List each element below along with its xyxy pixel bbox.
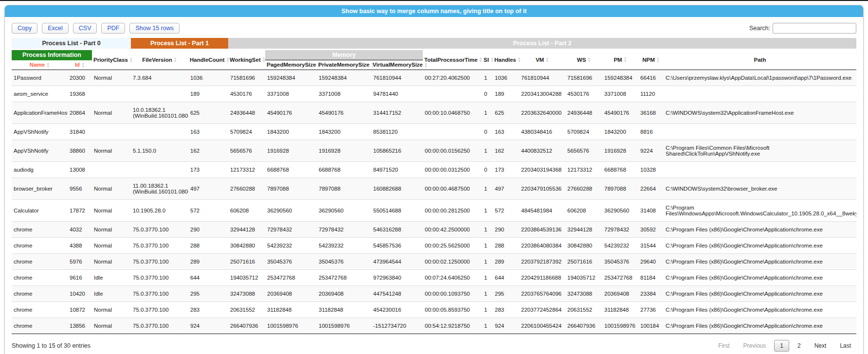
column-header-path[interactable]: Path: [664, 50, 856, 70]
cell-id: 20864: [68, 102, 92, 124]
cell-npm: 8816: [638, 124, 664, 140]
cell-private_memory_size: 36290560: [317, 199, 371, 221]
pagination-previous[interactable]: Previous: [738, 340, 772, 351]
cell-pm: 1843200: [602, 124, 638, 140]
sort-icon: ▲▼: [226, 57, 230, 63]
cell-vm: 2203792187392: [519, 253, 565, 269]
cell-priority_class: Normal: [92, 301, 131, 318]
cell-file_version: 75.0.3770.100: [131, 318, 188, 334]
pagination-last[interactable]: Last: [834, 340, 856, 351]
window-top-edge: [0, 0, 868, 1]
column-header-handlecount[interactable]: HandleCount▲▼: [188, 50, 228, 70]
cell-total_processor_time: 00:00:25.5625000: [423, 237, 482, 253]
table-row[interactable]: chrome10420Idle75.0.3770.100295324730882…: [12, 285, 856, 301]
toolbar: Copy Excel CSV PDF Show 15 rows Search:: [12, 23, 856, 34]
cell-priority_class: Normal: [92, 318, 131, 334]
cell-ws: 71581696: [565, 70, 602, 86]
pagination-next[interactable]: Next: [809, 340, 832, 351]
copy-button[interactable]: Copy: [12, 23, 37, 34]
cell-name: chrome: [12, 269, 68, 285]
cell-path: [664, 161, 856, 177]
cell-ws: 30842880: [565, 237, 602, 253]
column-header-id[interactable]: Id▲▼: [68, 60, 92, 70]
table-row[interactable]: browser_broker9556Normal11.00.18362.1 (W…: [12, 177, 856, 199]
table-row[interactable]: chrome4032Normal75.0.3770.10029032944128…: [12, 221, 856, 237]
cell-private_memory_size: 159248384: [317, 70, 371, 86]
column-header-ws[interactable]: WS▲▼: [565, 50, 602, 70]
cell-ws: 266407936: [565, 318, 602, 334]
table-row[interactable]: audiodg130081731217331266887686688768849…: [12, 161, 856, 177]
cell-id: 5976: [68, 253, 92, 269]
cell-file_version: 11.00.18362.1 (WinBuild.160101.0800): [131, 177, 188, 199]
cell-working_set: 32473088: [228, 285, 265, 301]
table-row[interactable]: AppVShNotify38860Normal5.1.150.016256565…: [12, 140, 856, 161]
pdf-button[interactable]: PDF: [101, 23, 125, 34]
column-header-fileversion[interactable]: FileVersion▲▼: [131, 50, 188, 70]
cell-priority_class: Normal: [92, 221, 131, 237]
table-row[interactable]: AppVShNotify3184016357098241843200184320…: [12, 124, 856, 140]
sort-icon: ▲▼: [174, 57, 177, 63]
table-row[interactable]: Calculator17872Normal10.1905.28.05726062…: [12, 199, 856, 221]
group-header-process-information: Process Information: [12, 50, 92, 60]
excel-button[interactable]: Excel: [42, 23, 69, 34]
entries-info: Showing 1 to 15 of 30 entries: [12, 342, 90, 349]
column-header-handles[interactable]: Handles▲▼: [493, 50, 519, 70]
panel: Show basic way to merge column names, gi…: [4, 5, 864, 354]
table-row[interactable]: ApplicationFrameHost20864Normal10.0.1836…: [12, 102, 856, 124]
cell-name: AppVShNotify: [12, 124, 68, 140]
cell-pm: 1916928: [602, 140, 638, 161]
cell-virtual_memory_size: 447541248: [371, 285, 423, 301]
search-input[interactable]: [773, 23, 856, 34]
cell-paged_memory_size: 1843200: [265, 124, 317, 140]
column-header-vm[interactable]: VM▲▼: [519, 50, 565, 70]
csv-button[interactable]: CSV: [73, 23, 97, 34]
cell-private_memory_size: 253472768: [317, 269, 371, 285]
cell-private_memory_size: 7897088: [317, 177, 371, 199]
cell-priority_class: [92, 124, 131, 140]
cell-virtual_memory_size: 160882688: [371, 177, 423, 199]
cell-handles: 572: [493, 199, 519, 221]
cell-vm: 4845481984: [519, 199, 565, 221]
table-row[interactable]: chrome10872Normal75.0.3770.1002832063155…: [12, 301, 856, 318]
cell-path: C:\Program Files (x86)\Google\Chrome\App…: [664, 269, 856, 285]
cell-virtual_memory_size: 473964544: [371, 253, 423, 269]
cell-priority_class: Normal: [92, 199, 131, 221]
cell-virtual_memory_size: 94781440: [371, 86, 423, 102]
cell-private_memory_size: 35045376: [317, 253, 371, 269]
cell-working_set: 71581696: [228, 70, 265, 86]
column-header-npm[interactable]: NPM▲▼: [638, 50, 664, 70]
cell-handle_count: 288: [188, 237, 228, 253]
column-header-totalprocessortime[interactable]: TotalProcessorTime▲▼: [423, 50, 482, 70]
cell-file_version: 75.0.3770.100: [131, 301, 188, 318]
column-header-privatememorysize[interactable]: PrivateMemorySize▲▼: [317, 60, 371, 70]
sort-icon: ▲▼: [129, 57, 133, 63]
pagination-first[interactable]: First: [713, 340, 735, 351]
table-row[interactable]: 1Password20300Normal7.3.6841036715816961…: [12, 70, 856, 86]
cell-working_set: 32944128: [228, 221, 265, 237]
cell-paged_memory_size: 45490176: [265, 102, 317, 124]
cell-si: 1: [482, 253, 493, 269]
search-area: Search:: [749, 23, 856, 34]
cell-vm: 4380348416: [519, 124, 565, 140]
table-row[interactable]: chrome9616Idle75.0.3770.1006441940357122…: [12, 269, 856, 285]
cell-handle_count: 173: [188, 161, 228, 177]
column-header-pm[interactable]: PM▲▼: [602, 50, 638, 70]
column-header-workingset[interactable]: WorkingSet▲▼: [228, 50, 265, 70]
table-row[interactable]: chrome5976Normal75.0.3770.10028925071616…: [12, 253, 856, 269]
table-row[interactable]: chrome13856Normal75.0.3770.1009242664079…: [12, 318, 856, 334]
sort-icon: ▲▼: [424, 62, 428, 68]
column-header-name[interactable]: Name▲▼: [12, 60, 68, 70]
column-header-virtualmemorysize[interactable]: VirtualMemorySize▲▼: [371, 60, 423, 70]
column-header-priorityclass[interactable]: PriorityClass▲▼: [92, 50, 131, 70]
column-header-si[interactable]: SI▲▼: [482, 50, 493, 70]
pagination-page-2[interactable]: 2: [792, 340, 806, 351]
table-row[interactable]: aesm_service1936818945301763371008337100…: [12, 86, 856, 102]
cell-priority_class: Normal: [92, 237, 131, 253]
cell-private_memory_size: 31182848: [317, 301, 371, 318]
cell-name: 1Password: [12, 70, 68, 86]
cell-id: 13856: [68, 318, 92, 334]
table-row[interactable]: chrome4388Normal75.0.3770.10028830842880…: [12, 237, 856, 253]
pagination-page-1[interactable]: 1: [774, 340, 789, 352]
show-rows-button[interactable]: Show 15 rows: [129, 23, 180, 34]
column-header-pagedmemorysize[interactable]: PagedMemorySize▲▼: [265, 60, 317, 70]
